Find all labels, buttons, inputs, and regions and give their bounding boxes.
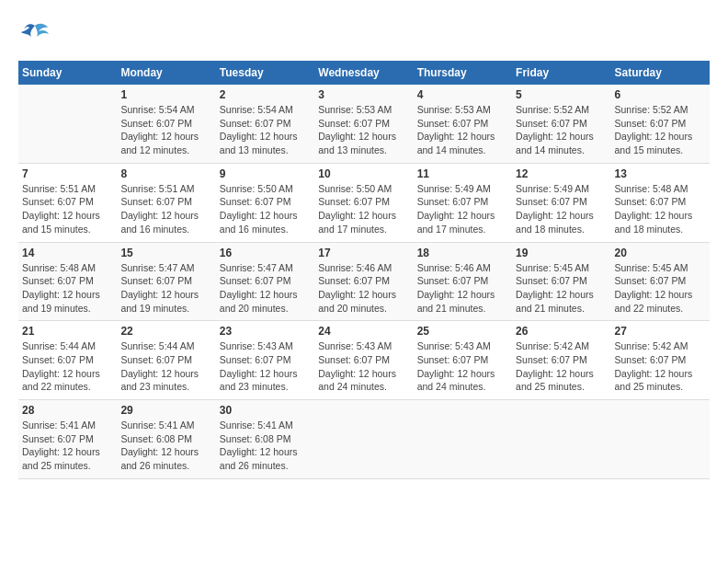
calendar-cell: 29Sunrise: 5:41 AM Sunset: 6:08 PM Dayli… bbox=[117, 400, 215, 479]
day-info: Sunrise: 5:47 AM Sunset: 6:07 PM Dayligh… bbox=[220, 261, 311, 316]
day-number: 17 bbox=[318, 247, 409, 259]
day-number: 13 bbox=[615, 167, 706, 180]
day-number: 15 bbox=[120, 247, 211, 259]
day-info: Sunrise: 5:48 AM Sunset: 6:07 PM Dayligh… bbox=[615, 182, 706, 236]
day-info: Sunrise: 5:43 AM Sunset: 6:07 PM Dayligh… bbox=[417, 339, 508, 394]
calendar-cell: 22Sunrise: 5:44 AM Sunset: 6:07 PM Dayli… bbox=[117, 321, 215, 400]
calendar-cell: 9Sunrise: 5:50 AM Sunset: 6:07 PM Daylig… bbox=[216, 163, 314, 242]
day-number: 14 bbox=[22, 247, 113, 259]
day-info: Sunrise: 5:52 AM Sunset: 6:07 PM Dayligh… bbox=[615, 103, 706, 157]
calendar-cell bbox=[611, 400, 710, 479]
day-info: Sunrise: 5:53 AM Sunset: 6:07 PM Dayligh… bbox=[318, 103, 409, 157]
day-info: Sunrise: 5:51 AM Sunset: 6:07 PM Dayligh… bbox=[120, 182, 211, 236]
calendar-cell: 5Sunrise: 5:52 AM Sunset: 6:07 PM Daylig… bbox=[512, 85, 610, 163]
calendar-cell: 7Sunrise: 5:51 AM Sunset: 6:07 PM Daylig… bbox=[18, 163, 117, 242]
calendar-cell: 23Sunrise: 5:43 AM Sunset: 6:07 PM Dayli… bbox=[216, 321, 314, 400]
calendar-cell: 13Sunrise: 5:48 AM Sunset: 6:07 PM Dayli… bbox=[611, 163, 710, 242]
calendar-cell: 15Sunrise: 5:47 AM Sunset: 6:07 PM Dayli… bbox=[117, 242, 215, 321]
calendar-table: SundayMondayTuesdayWednesdayThursdayFrid… bbox=[18, 61, 710, 479]
day-number: 21 bbox=[22, 325, 113, 338]
day-number: 8 bbox=[120, 167, 211, 180]
day-info: Sunrise: 5:54 AM Sunset: 6:07 PM Dayligh… bbox=[120, 103, 211, 157]
calendar-cell: 16Sunrise: 5:47 AM Sunset: 6:07 PM Dayli… bbox=[216, 242, 314, 321]
weekday-header: Monday bbox=[117, 61, 215, 85]
calendar-cell: 11Sunrise: 5:49 AM Sunset: 6:07 PM Dayli… bbox=[414, 163, 512, 242]
calendar-cell bbox=[18, 85, 117, 163]
calendar-week-row: 14Sunrise: 5:48 AM Sunset: 6:07 PM Dayli… bbox=[18, 242, 710, 321]
day-info: Sunrise: 5:49 AM Sunset: 6:07 PM Dayligh… bbox=[516, 182, 607, 236]
day-info: Sunrise: 5:50 AM Sunset: 6:07 PM Dayligh… bbox=[220, 182, 311, 236]
day-info: Sunrise: 5:41 AM Sunset: 6:08 PM Dayligh… bbox=[220, 419, 311, 473]
calendar-cell bbox=[314, 400, 413, 479]
calendar-cell bbox=[512, 400, 610, 479]
day-info: Sunrise: 5:43 AM Sunset: 6:07 PM Dayligh… bbox=[220, 339, 311, 394]
day-number: 6 bbox=[615, 88, 706, 101]
day-number: 24 bbox=[318, 325, 409, 338]
day-number: 29 bbox=[120, 404, 211, 417]
weekday-header: Wednesday bbox=[314, 61, 413, 85]
day-number: 25 bbox=[417, 325, 508, 338]
day-number: 9 bbox=[220, 167, 311, 180]
day-number: 3 bbox=[318, 88, 409, 101]
day-info: Sunrise: 5:53 AM Sunset: 6:07 PM Dayligh… bbox=[417, 103, 508, 157]
calendar-cell: 27Sunrise: 5:42 AM Sunset: 6:07 PM Dayli… bbox=[611, 321, 710, 400]
day-info: Sunrise: 5:48 AM Sunset: 6:07 PM Dayligh… bbox=[22, 261, 113, 316]
calendar-cell: 19Sunrise: 5:45 AM Sunset: 6:07 PM Dayli… bbox=[512, 242, 610, 321]
calendar-cell: 26Sunrise: 5:42 AM Sunset: 6:07 PM Dayli… bbox=[512, 321, 610, 400]
calendar-cell: 30Sunrise: 5:41 AM Sunset: 6:08 PM Dayli… bbox=[216, 400, 314, 479]
day-number: 11 bbox=[417, 167, 508, 180]
calendar-cell: 17Sunrise: 5:46 AM Sunset: 6:07 PM Dayli… bbox=[314, 242, 413, 321]
calendar-cell: 4Sunrise: 5:53 AM Sunset: 6:07 PM Daylig… bbox=[414, 85, 512, 163]
calendar-cell: 6Sunrise: 5:52 AM Sunset: 6:07 PM Daylig… bbox=[611, 85, 710, 163]
day-info: Sunrise: 5:43 AM Sunset: 6:07 PM Dayligh… bbox=[318, 339, 409, 394]
calendar-cell: 2Sunrise: 5:54 AM Sunset: 6:07 PM Daylig… bbox=[216, 85, 314, 163]
calendar-week-row: 21Sunrise: 5:44 AM Sunset: 6:07 PM Dayli… bbox=[18, 321, 710, 400]
weekday-header: Thursday bbox=[414, 61, 512, 85]
calendar-cell: 25Sunrise: 5:43 AM Sunset: 6:07 PM Dayli… bbox=[414, 321, 512, 400]
day-info: Sunrise: 5:44 AM Sunset: 6:07 PM Dayligh… bbox=[120, 339, 211, 394]
day-number: 2 bbox=[220, 88, 311, 101]
day-number: 12 bbox=[516, 167, 607, 180]
calendar-cell: 14Sunrise: 5:48 AM Sunset: 6:07 PM Dayli… bbox=[18, 242, 117, 321]
day-info: Sunrise: 5:45 AM Sunset: 6:07 PM Dayligh… bbox=[615, 261, 706, 316]
day-number: 22 bbox=[120, 325, 211, 338]
weekday-header: Saturday bbox=[611, 61, 710, 85]
day-info: Sunrise: 5:52 AM Sunset: 6:07 PM Dayligh… bbox=[516, 103, 607, 157]
bird-icon bbox=[18, 18, 51, 52]
weekday-header: Tuesday bbox=[216, 61, 314, 85]
day-number: 23 bbox=[220, 325, 311, 338]
day-info: Sunrise: 5:47 AM Sunset: 6:07 PM Dayligh… bbox=[120, 261, 211, 316]
weekday-header: Sunday bbox=[18, 61, 117, 85]
day-number: 30 bbox=[220, 404, 311, 417]
day-number: 4 bbox=[417, 88, 508, 101]
day-number: 27 bbox=[615, 325, 706, 338]
calendar-cell: 10Sunrise: 5:50 AM Sunset: 6:07 PM Dayli… bbox=[314, 163, 413, 242]
day-info: Sunrise: 5:44 AM Sunset: 6:07 PM Dayligh… bbox=[22, 339, 113, 394]
day-number: 26 bbox=[516, 325, 607, 338]
day-number: 20 bbox=[615, 247, 706, 259]
day-info: Sunrise: 5:50 AM Sunset: 6:07 PM Dayligh… bbox=[318, 182, 409, 236]
calendar-cell: 28Sunrise: 5:41 AM Sunset: 6:07 PM Dayli… bbox=[18, 400, 117, 479]
calendar-cell: 8Sunrise: 5:51 AM Sunset: 6:07 PM Daylig… bbox=[117, 163, 215, 242]
weekday-header: Friday bbox=[512, 61, 610, 85]
day-info: Sunrise: 5:51 AM Sunset: 6:07 PM Dayligh… bbox=[22, 182, 113, 236]
day-number: 10 bbox=[318, 167, 409, 180]
day-number: 7 bbox=[22, 167, 113, 180]
day-info: Sunrise: 5:54 AM Sunset: 6:07 PM Dayligh… bbox=[220, 103, 311, 157]
day-info: Sunrise: 5:41 AM Sunset: 6:08 PM Dayligh… bbox=[120, 419, 211, 473]
calendar-cell: 24Sunrise: 5:43 AM Sunset: 6:07 PM Dayli… bbox=[314, 321, 413, 400]
calendar-week-row: 1Sunrise: 5:54 AM Sunset: 6:07 PM Daylig… bbox=[18, 85, 710, 163]
calendar-cell: 21Sunrise: 5:44 AM Sunset: 6:07 PM Dayli… bbox=[18, 321, 117, 400]
calendar-cell bbox=[414, 400, 512, 479]
calendar-cell: 18Sunrise: 5:46 AM Sunset: 6:07 PM Dayli… bbox=[414, 242, 512, 321]
brand-logo bbox=[18, 18, 55, 52]
calendar-cell: 12Sunrise: 5:49 AM Sunset: 6:07 PM Dayli… bbox=[512, 163, 610, 242]
calendar-cell: 1Sunrise: 5:54 AM Sunset: 6:07 PM Daylig… bbox=[117, 85, 215, 163]
calendar-week-row: 7Sunrise: 5:51 AM Sunset: 6:07 PM Daylig… bbox=[18, 163, 710, 242]
day-info: Sunrise: 5:46 AM Sunset: 6:07 PM Dayligh… bbox=[318, 261, 409, 316]
day-number: 5 bbox=[516, 88, 607, 101]
day-info: Sunrise: 5:49 AM Sunset: 6:07 PM Dayligh… bbox=[417, 182, 508, 236]
calendar-week-row: 28Sunrise: 5:41 AM Sunset: 6:07 PM Dayli… bbox=[18, 400, 710, 479]
day-number: 1 bbox=[120, 88, 211, 101]
day-info: Sunrise: 5:46 AM Sunset: 6:07 PM Dayligh… bbox=[417, 261, 508, 316]
